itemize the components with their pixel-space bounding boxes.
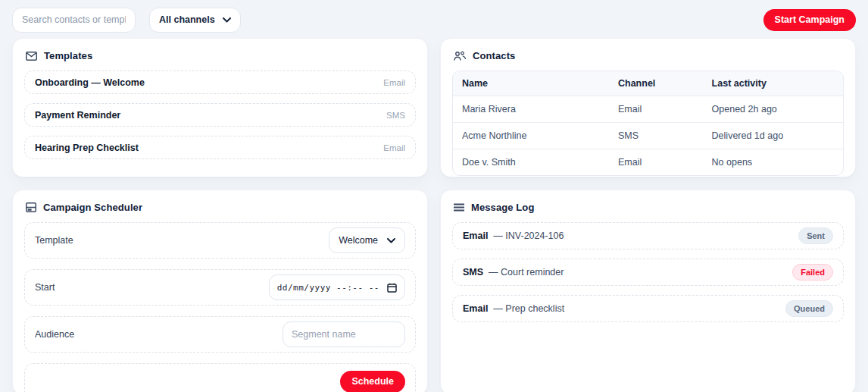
channel-filter-select[interactable]: All channels <box>149 8 241 33</box>
schedule-button[interactable]: Schedule <box>340 371 405 392</box>
template-row[interactable]: Hearing Prep Checklist Email <box>24 136 416 159</box>
contacts-title: Contacts <box>473 50 515 61</box>
column-header-name: Name <box>453 71 609 96</box>
log-row[interactable]: SMS — Court reminder Failed <box>452 259 844 286</box>
start-field-row: Start dd/mm/yyyy --:-- -- <box>24 269 416 306</box>
list-icon <box>454 203 464 212</box>
scheduler-title: Campaign Scheduler <box>43 202 142 213</box>
log-channel: Email <box>463 230 488 241</box>
template-name: Payment Reminder <box>35 110 120 121</box>
start-field-label: Start <box>35 282 55 293</box>
template-select[interactable]: Welcome <box>329 227 405 253</box>
start-datetime-input[interactable]: dd/mm/yyyy --:-- -- <box>269 274 405 300</box>
column-header-last-activity: Last activity <box>703 71 843 96</box>
contact-last-activity: Delivered 1d ago <box>703 123 843 149</box>
template-field-label: Template <box>35 235 73 246</box>
table-row[interactable]: Maria Rivera Email Opened 2h ago <box>453 96 843 123</box>
template-field-row: Template Welcome <box>24 222 416 259</box>
template-select-value: Welcome <box>339 235 378 246</box>
template-channel: SMS <box>386 111 405 120</box>
template-row[interactable]: Payment Reminder SMS <box>24 103 416 127</box>
template-row[interactable]: Onboarding — Welcome Email <box>24 71 416 94</box>
template-name: Onboarding — Welcome <box>35 77 145 88</box>
audience-field-row: Audience <box>24 316 416 353</box>
log-subject: — Prep checklist <box>493 303 564 314</box>
template-name: Hearing Prep Checklist <box>35 143 139 153</box>
log-entry: Email — INV-2024-106 <box>463 230 564 241</box>
top-bar: All channels Start Campaign <box>12 6 856 33</box>
audience-segment-input[interactable] <box>283 321 405 347</box>
contact-name: Acme Northline <box>453 123 609 149</box>
log-channel: Email <box>463 303 488 314</box>
status-badge: Sent <box>798 227 833 244</box>
templates-list: Onboarding — Welcome Email Payment Remin… <box>24 71 416 159</box>
column-header-channel: Channel <box>609 71 703 96</box>
mail-icon <box>26 52 37 61</box>
contacts-card-header: Contacts <box>454 50 844 61</box>
message-log-title: Message Log <box>471 202 534 213</box>
contacts-card: Contacts Name Channel Last activity Mari… <box>440 38 856 177</box>
calendar-icon[interactable] <box>387 283 397 293</box>
contact-last-activity: No opens <box>703 149 843 176</box>
scheduler-form: Template Welcome Start dd/mm/yyyy --:-- … <box>24 222 416 392</box>
template-channel: Email <box>383 78 405 87</box>
campaign-scheduler-card: Campaign Scheduler Template Welcome Star… <box>12 190 428 392</box>
contacts-table-head: Name Channel Last activity <box>453 71 843 96</box>
contact-channel: SMS <box>609 123 703 149</box>
datetime-placeholder: dd/mm/yyyy --:-- -- <box>277 283 379 293</box>
templates-card-header: Templates <box>26 50 416 61</box>
chevron-down-icon <box>223 14 231 25</box>
table-row[interactable]: Doe v. Smith Email No opens <box>453 149 843 176</box>
message-log-list: Email — INV-2024-106 Sent SMS — Court re… <box>452 222 844 322</box>
channel-filter-value: All channels <box>159 14 215 25</box>
table-row[interactable]: Acme Northline SMS Delivered 1d ago <box>453 123 843 149</box>
contact-channel: Email <box>609 96 703 123</box>
message-log-card: Message Log Email — INV-2024-106 Sent SM… <box>440 190 856 392</box>
status-badge: Queued <box>785 300 833 317</box>
start-campaign-button[interactable]: Start Campaign <box>763 9 856 31</box>
templates-title: Templates <box>44 50 92 61</box>
contact-channel: Email <box>609 149 703 176</box>
chevron-down-icon <box>387 235 395 246</box>
message-log-card-header: Message Log <box>454 202 844 213</box>
schedule-submit-row: Schedule <box>24 363 416 392</box>
log-entry: Email — Prep checklist <box>463 303 564 314</box>
search-input[interactable] <box>12 8 136 33</box>
contacts-table: Name Channel Last activity Maria Rivera … <box>452 71 844 176</box>
dashboard-grid: Templates Onboarding — Welcome Email Pay… <box>12 38 856 392</box>
template-channel: Email <box>383 143 405 152</box>
users-icon <box>454 51 466 61</box>
log-entry: SMS — Court reminder <box>463 267 564 278</box>
log-subject: — INV-2024-106 <box>493 230 564 241</box>
log-channel: SMS <box>463 267 483 278</box>
audience-field-label: Audience <box>35 329 74 340</box>
log-row[interactable]: Email — Prep checklist Queued <box>452 295 844 322</box>
templates-card: Templates Onboarding — Welcome Email Pay… <box>12 38 428 177</box>
contact-name: Doe v. Smith <box>453 149 609 176</box>
contact-name: Maria Rivera <box>453 96 609 123</box>
rows-icon <box>26 202 36 212</box>
status-badge: Failed <box>792 264 833 281</box>
log-row[interactable]: Email — INV-2024-106 Sent <box>452 222 844 249</box>
scheduler-card-header: Campaign Scheduler <box>26 202 416 213</box>
contact-last-activity: Opened 2h ago <box>703 96 843 123</box>
log-subject: — Court reminder <box>489 267 564 278</box>
